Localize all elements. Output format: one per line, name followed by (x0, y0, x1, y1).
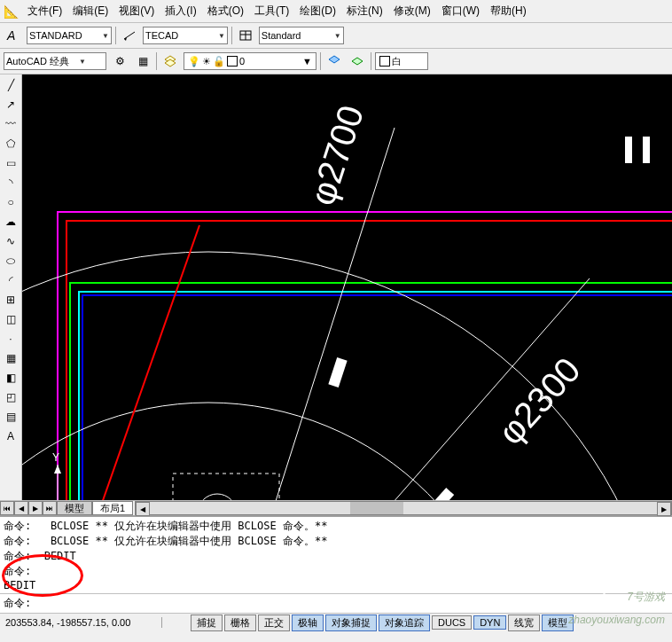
menu-edit[interactable]: 编辑(E) (71, 2, 110, 20)
status-grid[interactable]: 栅格 (224, 615, 256, 631)
command-history-line: 命令: BEDIT (4, 549, 668, 564)
circle-icon[interactable]: ○ (2, 193, 20, 211)
scrollbar-thumb[interactable] (350, 502, 403, 514)
status-model[interactable]: 模型 (542, 615, 574, 631)
layer-name: 0 (239, 56, 245, 67)
rectangle-icon[interactable]: ▭ (2, 154, 20, 172)
command-input-row: 命令: (0, 593, 672, 613)
separator (156, 52, 157, 70)
insert-block-icon[interactable]: ⊞ (2, 291, 20, 309)
status-osnap[interactable]: 对象捕捉 (325, 615, 377, 631)
svg-text:Y: Y (52, 451, 59, 464)
line-icon[interactable]: ╱ (2, 76, 20, 94)
status-otrack[interactable]: 对象追踪 (379, 615, 430, 631)
point-icon[interactable]: · (2, 330, 20, 348)
menu-tools[interactable]: 工具(T) (253, 2, 291, 20)
layer-previous-icon[interactable] (324, 51, 344, 71)
ellipse-arc-icon[interactable]: ◜ (2, 271, 20, 289)
svg-rect-20 (643, 137, 650, 163)
tab-next-icon[interactable]: ▶ (28, 501, 43, 515)
app-icon: 📐 (4, 4, 19, 19)
sun-icon: ☀ (202, 56, 211, 67)
tab-last-icon[interactable]: ⏭ (43, 501, 57, 515)
status-ortho[interactable]: 正交 (258, 615, 290, 631)
main-area: ╱ ↗ 〰 ⬠ ▭ ◝ ○ ☁ ∿ ⬭ ◜ ⊞ ◫ · ▦ ◧ ◰ ▤ A (0, 74, 672, 500)
scroll-right-icon[interactable]: ▶ (657, 502, 671, 516)
mtext-icon[interactable]: A (2, 427, 20, 445)
chevron-down-icon: ▼ (216, 32, 225, 40)
horizontal-scrollbar[interactable]: ◀ ▶ (135, 501, 672, 515)
menu-modify[interactable]: 修改(M) (392, 2, 433, 20)
dim-style-icon[interactable] (120, 26, 139, 45)
table-style-dropdown[interactable]: Standard ▼ (259, 27, 344, 44)
region-icon[interactable]: ◰ (2, 388, 20, 406)
chevron-down-icon: ▼ (77, 58, 86, 66)
menu-help[interactable]: 帮助(H) (488, 2, 528, 20)
spline-icon[interactable]: ∿ (2, 232, 20, 250)
status-polar[interactable]: 极轴 (292, 615, 324, 631)
layer-color-swatch (227, 56, 238, 67)
tab-layout1[interactable]: 布局1 (92, 501, 133, 515)
ucs-icon: X Y (52, 451, 130, 500)
color-dropdown[interactable]: 白 (375, 52, 428, 70)
coordinates-display[interactable]: 203553.84, -198557.15, 0.00 (0, 617, 162, 628)
table-style-icon[interactable] (236, 26, 255, 45)
polyline-icon[interactable]: 〰 (2, 115, 20, 133)
menu-window[interactable]: 窗口(W) (440, 2, 481, 20)
dim-label-2700: φ2700 (302, 101, 371, 210)
text-style-icon[interactable]: A (4, 26, 23, 45)
lock-icon: 🔓 (213, 56, 225, 67)
command-history-line: BEDIT (4, 579, 668, 591)
text-style-value: STANDARD (29, 30, 100, 41)
command-prompt-label: 命令: (4, 596, 31, 611)
command-input[interactable] (31, 596, 668, 611)
hatch-icon[interactable]: ▦ (2, 349, 20, 367)
lightbulb-icon: 💡 (188, 56, 200, 67)
polygon-icon[interactable]: ⬠ (2, 135, 20, 153)
layer-dropdown[interactable]: 💡 ☀ 🔓 0 ▼ (184, 52, 316, 70)
text-style-dropdown[interactable]: STANDARD ▼ (27, 27, 112, 44)
svg-text:A: A (6, 28, 15, 43)
construction-line-icon[interactable]: ↗ (2, 96, 20, 114)
status-snap[interactable]: 捕捉 (191, 615, 223, 631)
svg-rect-19 (625, 137, 632, 163)
menu-view[interactable]: 视图(V) (117, 2, 156, 20)
status-bar: 203553.84, -198557.15, 0.00 捕捉 栅格 正交 极轴 … (0, 613, 672, 631)
arc-icon[interactable]: ◝ (2, 174, 20, 192)
status-dyn[interactable]: DYN (473, 615, 506, 630)
svg-rect-15 (427, 488, 454, 500)
dim-style-dropdown[interactable]: TECAD ▼ (143, 27, 228, 44)
menu-format[interactable]: 格式(O) (206, 2, 246, 20)
workspace-settings-icon[interactable]: ⚙ (110, 51, 129, 71)
workspace-toggle-icon[interactable]: ▦ (133, 51, 152, 71)
menu-dim[interactable]: 标注(N) (345, 2, 385, 20)
scroll-left-icon[interactable]: ◀ (136, 502, 150, 516)
layer-states-icon[interactable] (348, 51, 367, 71)
svg-rect-6 (66, 221, 672, 500)
revcloud-icon[interactable]: ☁ (2, 213, 20, 231)
svg-marker-24 (54, 465, 61, 474)
status-ducs[interactable]: DUCS (432, 615, 472, 630)
tab-first-icon[interactable]: ⏮ (0, 501, 14, 515)
menu-file[interactable]: 文件(F) (26, 2, 64, 20)
gradient-icon[interactable]: ◧ (2, 369, 20, 387)
dim-label-2300: φ2300 (490, 350, 588, 452)
chevron-down-icon: ▼ (332, 32, 341, 40)
drawing-svg: φ2700 φ2300 X Y (22, 74, 672, 500)
table-icon[interactable]: ▤ (2, 408, 20, 426)
svg-point-11 (22, 403, 519, 500)
make-block-icon[interactable]: ◫ (2, 310, 20, 328)
tab-model[interactable]: 模型 (57, 501, 92, 515)
tab-prev-icon[interactable]: ◀ (14, 501, 28, 515)
command-history-line: 命令: BCLOSE ** 仅允许在块编辑器中使用 BCLOSE 命令。** (4, 519, 668, 534)
workspace-dropdown[interactable]: AutoCAD 经典 ▼ (4, 52, 106, 70)
ellipse-icon[interactable]: ⬭ (2, 252, 20, 270)
status-lwt[interactable]: 线宽 (508, 615, 540, 631)
menu-insert[interactable]: 插入(I) (163, 2, 198, 20)
dim-style-value: TECAD (145, 30, 216, 41)
layer-manager-icon[interactable] (160, 51, 180, 71)
separator (115, 27, 116, 44)
menu-bar: 📐 文件(F) 编辑(E) 视图(V) 插入(I) 格式(O) 工具(T) 绘图… (0, 0, 672, 23)
drawing-canvas[interactable]: φ2700 φ2300 X Y (22, 74, 672, 500)
menu-draw[interactable]: 绘图(D) (298, 2, 338, 20)
